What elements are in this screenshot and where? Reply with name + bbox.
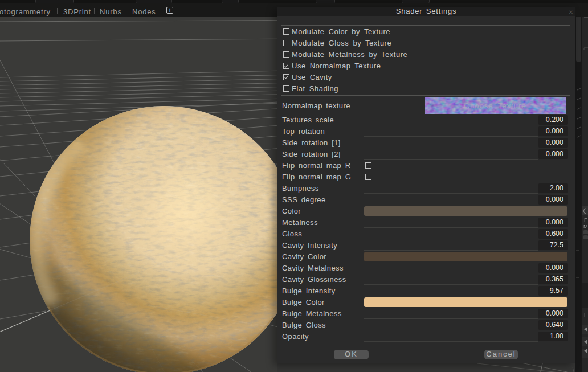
svg-text:L: L [584, 312, 587, 318]
svg-text:Choose Texture: Choose Texture [464, 101, 526, 110]
svg-text:M: M [583, 224, 588, 230]
svg-text:F: F [584, 217, 587, 223]
